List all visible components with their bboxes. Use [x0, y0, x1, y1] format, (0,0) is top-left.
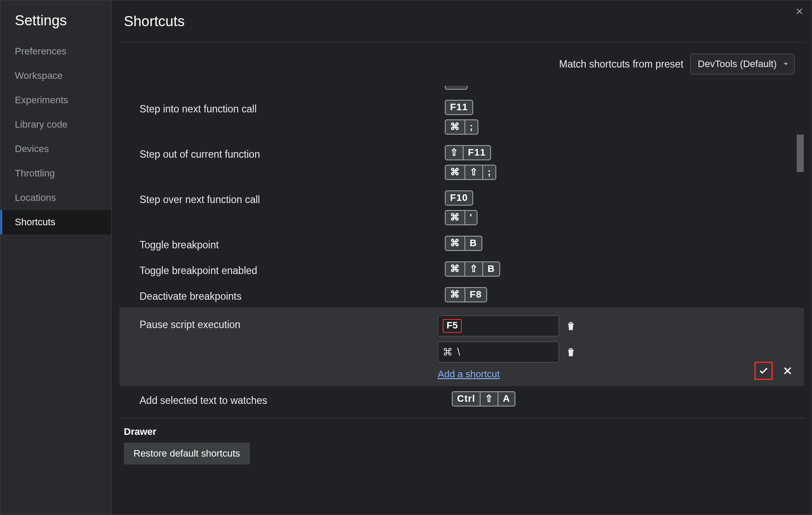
key: ;: [482, 165, 496, 180]
key-text: ⌘ \: [443, 346, 461, 358]
key: F11: [445, 100, 473, 115]
scrollbar-thumb[interactable]: [797, 135, 804, 172]
sidebar-item-library-code[interactable]: Library code: [0, 112, 111, 137]
key: ⌘: [445, 119, 465, 135]
shortcut-row[interactable]: Step out of current function ⇧F11 ⌘⇧;: [119, 140, 804, 185]
shortcut-label: Toggle breakpoint: [140, 236, 445, 251]
shortcut-list: Step F9 Step into next function call F11…: [119, 86, 804, 515]
trash-icon[interactable]: [565, 346, 577, 358]
shortcut-row[interactable]: Toggle breakpoint enabled ⌘⇧B: [119, 256, 804, 282]
sidebar-item-throttling[interactable]: Throttling: [0, 161, 111, 186]
preset-label: Match shortcuts from preset: [559, 58, 683, 70]
preset-value: DevTools (Default): [698, 58, 777, 69]
shortcut-row[interactable]: Step over next function call F10 ⌘': [119, 185, 804, 230]
section-header: Drawer: [119, 418, 804, 441]
shortcut-row[interactable]: Add selected text to watches Ctrl⇧A: [119, 386, 804, 412]
add-shortcut-link[interactable]: Add a shortcut: [438, 369, 577, 380]
sidebar-title: Settings: [0, 12, 111, 39]
key: ⇧: [464, 261, 483, 277]
key: ⌘: [445, 236, 465, 251]
sidebar-item-shortcuts[interactable]: Shortcuts: [0, 210, 111, 234]
trash-icon[interactable]: [565, 320, 577, 332]
restore-defaults-button[interactable]: Restore default shortcuts: [124, 443, 250, 464]
sidebar-item-preferences[interactable]: Preferences: [0, 39, 111, 64]
preset-select[interactable]: DevTools (Default): [690, 54, 795, 75]
shortcut-row[interactable]: Step F9: [119, 86, 804, 95]
key: ⇧: [480, 391, 498, 407]
key: ': [464, 210, 478, 225]
shortcut-scroll: Step F9 Step into next function call F11…: [119, 86, 804, 515]
page-title: Shortcuts: [119, 0, 804, 42]
confirm-button[interactable]: [754, 362, 773, 380]
preset-row: Match shortcuts from preset DevTools (De…: [112, 42, 812, 86]
key: ;: [464, 119, 478, 135]
close-icon: [782, 366, 793, 376]
sidebar-item-devices[interactable]: Devices: [0, 137, 111, 161]
shortcut-input[interactable]: F5: [438, 315, 559, 336]
shortcut-row-editing: Pause script execution F5 ⌘ \: [119, 308, 804, 386]
sidebar-item-experiments[interactable]: Experiments: [0, 88, 111, 112]
shortcut-label: Step out of current function: [140, 145, 445, 160]
key: ⌘: [445, 210, 465, 225]
key: ⇧: [464, 165, 483, 180]
key: B: [482, 261, 500, 277]
main-panel: ✕ Shortcuts Match shortcuts from preset …: [112, 0, 812, 515]
key: ⇧: [445, 145, 464, 160]
shortcut-label: Step over next function call: [140, 190, 445, 206]
settings-sidebar: Settings Preferences Workspace Experimen…: [0, 0, 112, 515]
sidebar-item-locations[interactable]: Locations: [0, 186, 111, 210]
shortcut-label: Toggle breakpoint enabled: [140, 261, 445, 277]
shortcut-input[interactable]: ⌘ \: [438, 342, 559, 363]
shortcut-label: Step into next function call: [140, 100, 445, 115]
key: F9: [445, 86, 467, 90]
key: A: [498, 391, 515, 407]
shortcut-row[interactable]: Toggle breakpoint ⌘B: [119, 230, 804, 256]
key: B: [464, 236, 482, 251]
key: ⌘: [445, 261, 465, 277]
shortcut-label: Deactivate breakpoints: [140, 287, 445, 302]
key: ⌘: [445, 287, 465, 302]
sidebar-item-workspace[interactable]: Workspace: [0, 64, 111, 88]
shortcut-row[interactable]: Step into next function call F11 ⌘;: [119, 95, 804, 140]
key: Ctrl: [452, 391, 481, 407]
key-tag: F5: [443, 319, 462, 333]
cancel-button[interactable]: [781, 364, 795, 378]
shortcut-label: Add selected text to watches: [140, 391, 452, 407]
key: F8: [464, 287, 487, 302]
key: F10: [445, 190, 473, 206]
shortcut-row[interactable]: Deactivate breakpoints ⌘F8: [119, 282, 804, 308]
key: ⌘: [445, 165, 465, 180]
close-icon[interactable]: ✕: [795, 7, 803, 17]
key: F11: [463, 145, 491, 160]
scrollbar-track[interactable]: [796, 86, 804, 515]
check-icon: [758, 366, 769, 376]
shortcut-label: Pause script execution: [140, 315, 438, 331]
